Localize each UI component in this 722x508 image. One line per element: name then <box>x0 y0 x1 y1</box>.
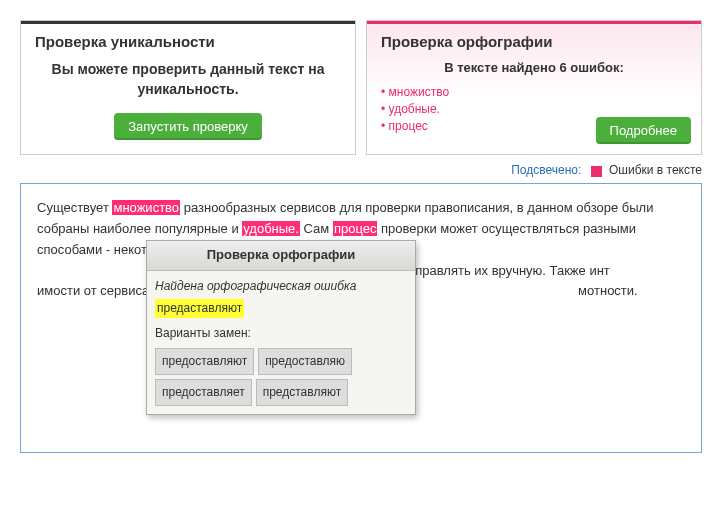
run-check-button[interactable]: Запустить проверку <box>114 113 262 140</box>
text-fragment: Сам <box>300 221 333 236</box>
spellcheck-title: Проверка орфографии <box>381 33 687 50</box>
suggestion-item[interactable]: предоставляют <box>155 348 254 375</box>
error-highlight[interactable]: процес <box>333 221 378 236</box>
popup-error-word: предаставляют <box>155 299 244 318</box>
suggestion-item[interactable]: представляют <box>256 379 348 406</box>
text-fragment: Существует <box>37 200 112 215</box>
legend-label: Подсвечено: <box>511 163 581 177</box>
uniqueness-title: Проверка уникальности <box>35 33 341 50</box>
suggestion-list: предоставляют предоставляю предоставляет… <box>155 348 407 406</box>
spellcheck-popup: Проверка орфографии Найдена орфографичес… <box>146 240 416 415</box>
error-item[interactable]: удобные. <box>381 102 687 116</box>
legend-swatch-icon <box>591 166 602 177</box>
uniqueness-panel: Проверка уникальности Вы можете проверит… <box>20 20 356 155</box>
uniqueness-subtitle: Вы можете проверить данный текст на уник… <box>35 60 341 99</box>
suggestion-item[interactable]: предоставляет <box>155 379 252 406</box>
error-highlight[interactable]: удобные. <box>242 221 300 236</box>
spellcheck-panel: Проверка орфографии В тексте найдено 6 о… <box>366 20 702 155</box>
text-editor[interactable]: Существует множиство разнообразных серви… <box>20 183 702 453</box>
popup-suggestions-label: Варианты замен: <box>155 324 407 343</box>
suggestion-item[interactable]: предоставляю <box>258 348 352 375</box>
legend-name: Ошибки в тексте <box>609 163 702 177</box>
popup-message: Найдена орфографическая ошибка <box>155 277 407 296</box>
details-button[interactable]: Подробнее <box>596 117 691 144</box>
popup-title: Проверка орфографии <box>147 241 415 271</box>
spellcheck-subtitle: В тексте найдено 6 ошибок: <box>381 60 687 75</box>
error-highlight[interactable]: множиство <box>112 200 180 215</box>
legend: Подсвечено: Ошибки в тексте <box>20 163 702 177</box>
error-item[interactable]: множиство <box>381 85 687 99</box>
